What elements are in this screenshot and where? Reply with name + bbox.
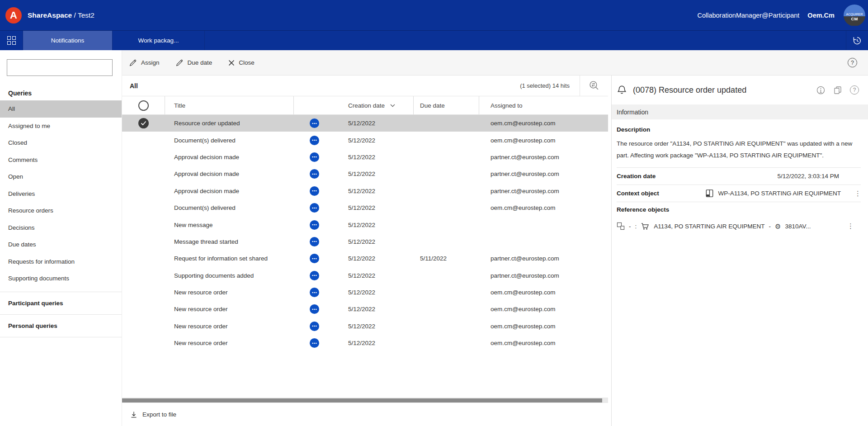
table-row[interactable]: Document(s) delivered 5/12/2022 oem.cm@e…: [122, 199, 608, 216]
column-title[interactable]: Title: [165, 96, 294, 114]
creation-date-row: Creation date 5/12/2022, 3:03:14 PM: [617, 167, 861, 185]
notification-actions-badge[interactable]: [310, 203, 319, 213]
sidebar-query-item[interactable]: Supporting documents: [0, 270, 122, 287]
table-row[interactable]: Request for information set shared 5/12/…: [122, 250, 608, 267]
notification-actions-badge[interactable]: [310, 304, 319, 314]
sidebar-section-personal-queries[interactable]: Personal queries: [0, 315, 122, 337]
linked-objects-icon: [617, 222, 625, 230]
sidebar-query-item[interactable]: Decisions: [0, 219, 122, 237]
ellipsis-icon: [312, 224, 317, 226]
reference-object-version[interactable]: 3810AV...: [785, 223, 811, 230]
close-button[interactable]: Close: [228, 59, 255, 66]
notification-actions-badge[interactable]: [310, 220, 319, 230]
sidebar-section-participant-queries[interactable]: Participant queries: [0, 292, 122, 315]
notification-actions-badge[interactable]: [310, 288, 319, 297]
close-label: Close: [239, 59, 255, 66]
ellipsis-icon: [312, 241, 317, 242]
assign-button[interactable]: Assign: [129, 59, 160, 66]
sidebar-query-item[interactable]: Closed: [0, 134, 122, 151]
table-row[interactable]: Approval decision made 5/12/2022 partner…: [122, 183, 608, 199]
table-row[interactable]: New resource order 5/12/2022 oem.cm@euro…: [122, 335, 608, 351]
reference-separator: :: [635, 223, 637, 230]
row-due-date: 5/11/2022: [414, 250, 479, 267]
shareaspace-logo-icon[interactable]: A: [5, 7, 22, 24]
table-row[interactable]: New resource order 5/12/2022 oem.cm@euro…: [122, 284, 608, 301]
result-settings-button[interactable]: [580, 80, 608, 91]
notification-detail-pane: (0078) Resource order updated: [611, 76, 868, 426]
column-due-date[interactable]: Due date: [414, 96, 479, 114]
scrollbar-thumb[interactable]: [122, 398, 602, 402]
tab-label: Work packag...: [138, 37, 179, 44]
breadcrumb: ShareAspace / Test2: [28, 11, 94, 19]
table-row[interactable]: Supporting documents added 5/12/2022 par…: [122, 267, 608, 284]
ellipsis-icon: [312, 308, 317, 310]
notification-actions-badge[interactable]: [310, 152, 319, 162]
notification-actions-badge[interactable]: [310, 254, 319, 263]
row-selected-checkbox[interactable]: [138, 118, 149, 128]
table-row[interactable]: Document(s) delivered 5/12/2022 oem.cm@e…: [122, 132, 608, 148]
tab-work-packages[interactable]: Work packag...: [113, 31, 205, 50]
notification-actions-badge[interactable]: [310, 118, 319, 128]
column-creation-date[interactable]: Creation date: [335, 96, 414, 114]
horizontal-scrollbar[interactable]: [122, 398, 608, 403]
notification-actions-badge[interactable]: [310, 338, 319, 348]
logo-letter: A: [10, 9, 17, 21]
brand-name[interactable]: ShareAspace: [28, 11, 72, 19]
close-icon: [228, 60, 235, 66]
sidebar-query-item[interactable]: Comments: [0, 151, 122, 169]
table-row[interactable]: Approval decision made 5/12/2022 partner…: [122, 149, 608, 166]
row-creation-date: 5/12/2022: [335, 318, 414, 335]
workspace-name[interactable]: Test2: [78, 11, 94, 19]
history-button[interactable]: [846, 31, 868, 50]
notification-actions-badge[interactable]: [310, 322, 319, 331]
row-assigned-to: partner.ct@eurostep.com: [479, 250, 608, 267]
column-assigned-to[interactable]: Assigned to: [479, 96, 608, 114]
apps-menu-button[interactable]: [0, 31, 23, 50]
user-name-label[interactable]: Oem.Cm: [807, 12, 835, 19]
notification-actions-badge[interactable]: [310, 136, 319, 145]
sidebar-query-item[interactable]: Resource orders: [0, 202, 122, 219]
context-object-menu-button[interactable]: ⋮: [854, 189, 861, 198]
sidebar-query-item[interactable]: Open: [0, 168, 122, 185]
reference-object-menu-button[interactable]: ⋮: [847, 222, 854, 230]
notification-list-pane: All (1 selected) 14 hits: [122, 76, 608, 426]
notification-actions-badge[interactable]: [310, 237, 319, 246]
select-all-checkbox[interactable]: [138, 100, 149, 111]
sidebar-query-item[interactable]: Deliveries: [0, 185, 122, 203]
row-creation-date: 5/12/2022: [335, 115, 414, 132]
detail-help-button[interactable]: ?: [850, 85, 859, 95]
copy-icon[interactable]: [833, 85, 842, 95]
notification-actions-badge[interactable]: [310, 169, 319, 179]
notification-actions-badge[interactable]: [310, 186, 319, 196]
sidebar-query-item[interactable]: All: [0, 100, 122, 118]
context-object-value[interactable]: WP-A1134, PO STARTING AIR EQUIPMENT: [718, 190, 841, 197]
row-creation-date: 5/12/2022: [335, 301, 414, 317]
tab-notifications[interactable]: Notifications: [23, 31, 113, 50]
top-header-bar: A ShareAspace / Test2 CollaborationManag…: [0, 0, 868, 30]
table-row[interactable]: New resource order 5/12/2022 oem.cm@euro…: [122, 301, 608, 317]
reference-object-name[interactable]: A1134, PO STARTING AIR EQUIPMENT: [654, 223, 764, 230]
avatar-top-label: ACQUIRER: [844, 5, 865, 16]
info-icon[interactable]: [816, 85, 826, 95]
table-row[interactable]: New message 5/12/2022: [122, 216, 608, 233]
sort-chevron-icon[interactable]: [390, 104, 395, 107]
row-title: Resource order updated: [165, 115, 294, 132]
export-to-file-button[interactable]: Export to file: [130, 411, 176, 418]
sidebar-query-item[interactable]: Assigned to me: [0, 118, 122, 135]
row-due-date: [414, 335, 479, 351]
avatar[interactable]: ACQUIRER CM: [844, 5, 865, 26]
notification-actions-badge[interactable]: [310, 271, 319, 280]
row-due-date: [414, 284, 479, 301]
sidebar-query-item[interactable]: Due dates: [0, 236, 122, 253]
row-title: Approval decision made: [165, 183, 294, 199]
sidebar-query-item[interactable]: Requests for information: [0, 253, 122, 270]
query-search-input[interactable]: [7, 59, 113, 76]
due-date-button[interactable]: Due date: [176, 59, 212, 66]
detail-header: (0078) Resource order updated: [612, 76, 868, 104]
row-due-date: [414, 149, 479, 166]
toolbar-help-button[interactable]: ?: [848, 58, 857, 67]
table-row[interactable]: Message thread started 5/12/2022: [122, 233, 608, 250]
table-row[interactable]: New resource order 5/12/2022 oem.cm@euro…: [122, 318, 608, 335]
table-row[interactable]: Resource order updated 5/12/2022 oem.cm@…: [122, 115, 608, 132]
table-row[interactable]: Approval decision made 5/12/2022 partner…: [122, 166, 608, 182]
